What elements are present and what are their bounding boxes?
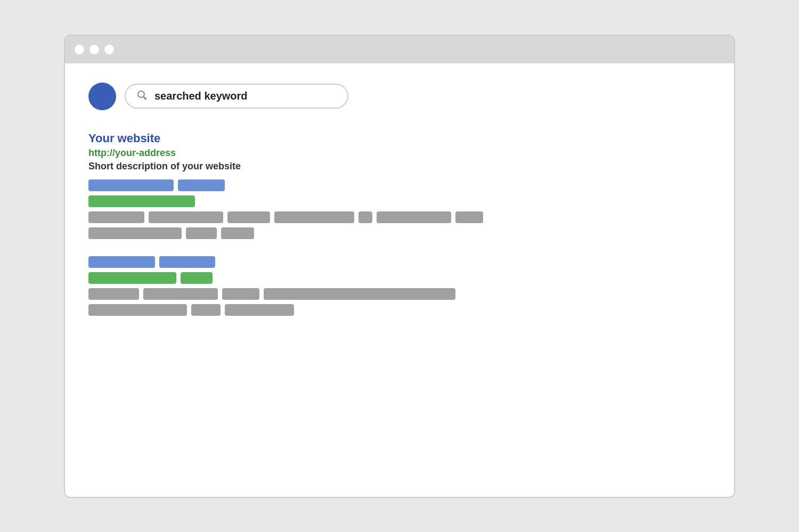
blue-block (159, 256, 215, 268)
gray-block (264, 288, 455, 300)
result-1-gray-blocks-2 (88, 227, 711, 239)
green-block (88, 195, 195, 207)
gray-block (222, 288, 259, 300)
green-block (88, 272, 176, 284)
avatar (88, 83, 116, 110)
result-2-gray-blocks-1 (88, 288, 711, 300)
gray-block (455, 211, 483, 223)
result-1-url[interactable]: http://your-address (88, 148, 711, 159)
window-btn-minimize[interactable] (89, 45, 99, 54)
browser-content: searched keyword Your website http://you… (65, 63, 734, 497)
search-icon (137, 91, 149, 102)
gray-block (186, 227, 217, 239)
result-1-gray-blocks-1 (88, 211, 711, 223)
gray-block (88, 288, 139, 300)
gray-block (221, 227, 254, 239)
gray-block (191, 304, 221, 316)
blue-block (88, 256, 155, 268)
window-btn-maximize[interactable] (104, 45, 114, 54)
result-2-blue-blocks (88, 256, 711, 268)
window-btn-close[interactable] (75, 45, 84, 54)
search-result-1: Your website http://your-address Short d… (88, 132, 711, 239)
gray-block (274, 211, 354, 223)
search-result-2 (88, 256, 711, 316)
gray-block (377, 211, 451, 223)
browser-titlebar (65, 36, 734, 63)
search-input-value: searched keyword (154, 90, 248, 102)
result-1-description: Short description of your website (88, 161, 711, 172)
gray-block (88, 304, 187, 316)
browser-window: searched keyword Your website http://you… (64, 35, 735, 498)
gray-block (88, 227, 182, 239)
blue-block (88, 179, 174, 191)
gray-block (227, 211, 270, 223)
gray-block (225, 304, 294, 316)
green-block (181, 272, 213, 284)
result-1-blue-blocks (88, 179, 711, 191)
gray-block (88, 211, 144, 223)
gray-block (143, 288, 218, 300)
result-1-green-blocks (88, 195, 711, 207)
gray-block (149, 211, 223, 223)
search-box[interactable]: searched keyword (125, 84, 348, 109)
search-bar-row: searched keyword (88, 83, 711, 110)
result-1-title[interactable]: Your website (88, 132, 711, 145)
result-2-gray-blocks-2 (88, 304, 711, 316)
result-2-green-blocks (88, 272, 711, 284)
gray-block (358, 211, 372, 223)
blue-block (178, 179, 225, 191)
